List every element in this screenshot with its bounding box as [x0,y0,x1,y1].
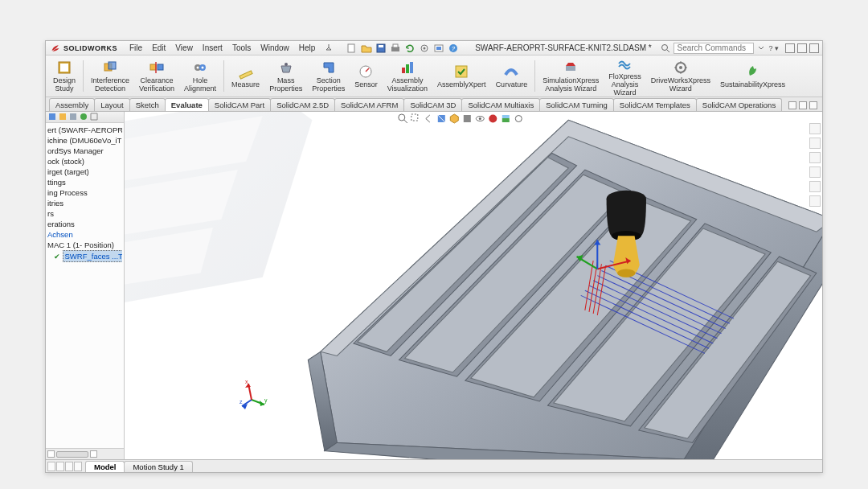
close-icon[interactable] [809,43,819,53]
tree-item[interactable]: ordSys Manager [47,146,122,156]
tree-item-achsen[interactable]: Achsen [47,229,122,240]
section-properties-button[interactable]: SectionProperties [308,57,349,95]
rebuild-icon[interactable] [404,43,416,54]
hole-alignment-button[interactable]: HoleAlignment [180,57,220,95]
taskpane-custom-properties-icon[interactable] [809,195,821,207]
orientation-triad[interactable]: x y z [237,377,269,409]
section-view-icon[interactable] [436,113,447,124]
fm-tab4-icon[interactable] [80,113,88,121]
sensor-button[interactable]: Sensor [350,57,382,95]
search-input[interactable] [674,43,754,54]
tab-sketch[interactable]: Sketch [129,98,166,111]
save-icon[interactable] [375,43,387,54]
menu-edit[interactable]: Edit [148,42,170,54]
assemblyxpert-button[interactable]: AssemblyXpert [433,57,490,95]
open-icon[interactable] [361,43,372,54]
tree-item[interactable]: erations [47,219,122,229]
scroll-thumb[interactable] [56,451,88,458]
menu-help[interactable]: Help [295,42,320,54]
menu-view[interactable]: View [171,42,197,54]
tree-item[interactable]: irget (target) [47,166,122,177]
tab-solidcam-afrm[interactable]: SolidCAM AFRM [334,98,404,111]
bottom-tab-motion-study[interactable]: Motion Study 1 [124,461,192,472]
options-icon[interactable] [419,43,430,54]
tree-item-selected[interactable]: SWRF_faces ...T1 [63,250,122,262]
taskpane-resources-icon[interactable] [809,123,821,134]
bt-next-icon[interactable] [65,462,73,471]
tree-item[interactable]: ert (SWARF-AEROPRT-SURFACE [47,125,122,135]
scroll-right-icon[interactable] [90,450,97,458]
tree-item-mac1[interactable]: MAC 1 (1- Position) [47,240,122,250]
view-orientation-icon[interactable] [449,113,460,124]
tab-assembly[interactable]: Assembly [49,98,95,111]
help-icon[interactable]: ? [448,43,459,54]
zoom-area-icon[interactable] [411,113,421,124]
fm-tab3-icon[interactable] [69,113,77,121]
tab-layout[interactable]: Layout [94,98,130,111]
bt-last-icon[interactable] [74,462,82,471]
tab-solidcam-25d[interactable]: SolidCAM 2.5D [270,98,335,111]
tree-item[interactable]: ichine (DMU60eVo_iTNC530_5X) [47,135,122,146]
menu-pin-icon[interactable] [321,42,337,54]
tree-item[interactable]: itries [47,198,122,208]
taskpane-view-palette-icon[interactable] [809,166,821,178]
bt-prev-icon[interactable] [56,462,64,471]
scroll-left-icon[interactable] [47,450,55,458]
doc-restore-icon[interactable] [799,101,807,109]
doc-minimize-icon[interactable] [788,101,796,109]
tab-solidcam-3d[interactable]: SolidCAM 3D [403,98,462,111]
zoom-fit-icon[interactable] [398,113,408,124]
hide-show-icon[interactable] [475,113,485,124]
fm-tab1-icon[interactable] [48,113,56,121]
menu-file[interactable]: File [125,42,146,54]
measure-button[interactable]: Measure [227,57,264,95]
new-icon[interactable] [346,43,358,54]
doc-close-icon[interactable] [809,101,817,109]
driveworksxpress-button[interactable]: DriveWorksXpressWizard [647,57,714,95]
tab-solidcam-part[interactable]: SolidCAM Part [208,98,271,111]
maximize-icon[interactable] [797,43,807,53]
tab-evaluate[interactable]: Evaluate [165,98,209,111]
tree-item[interactable]: ock (stock) [47,156,122,166]
tree-item[interactable]: ttings [47,177,122,187]
tab-solidcam-turning[interactable]: SolidCAM Turning [539,98,614,111]
minimize-icon[interactable] [785,43,795,53]
clearance-verification-button[interactable]: ClearanceVerification [135,57,178,95]
search-dropdown-icon[interactable] [757,44,765,52]
mass-properties-button[interactable]: MassProperties [265,57,306,95]
fm-tab2-icon[interactable] [59,113,67,121]
display-style-icon[interactable] [462,113,473,124]
svg-rect-31 [566,66,575,71]
previous-view-icon[interactable] [424,113,434,124]
menu-tools[interactable]: Tools [228,42,255,54]
tree-item[interactable]: ing Process [47,187,122,198]
menu-insert[interactable]: Insert [199,42,227,54]
assembly-visualization-button[interactable]: AssemblyVisualization [383,57,432,95]
curvature-button[interactable]: Curvature [492,57,532,95]
fm-tab5-icon[interactable] [90,113,98,121]
simulationxpress-button[interactable]: SimulationXpressAnalysis Wizard [538,57,603,95]
motion-study-tabs: Model Motion Study 1 [46,459,822,472]
design-study-button[interactable]: DesignStudy [49,57,80,95]
screen-capture-icon[interactable] [433,43,444,54]
graphics-viewport[interactable]: x y z [125,112,822,459]
apply-scene-icon[interactable] [501,113,511,124]
floxpress-button[interactable]: FloXpressAnalysisWizard [604,57,645,95]
sustainabilityxpress-button[interactable]: SustainabilityXpress [716,57,789,95]
print-icon[interactable] [390,43,401,54]
tab-solidcam-multiaxis[interactable]: SolidCAM Multiaxis [461,98,540,111]
edit-appearance-icon[interactable] [488,113,498,124]
tree-item[interactable]: rs [47,208,122,219]
tab-solidcam-operations[interactable]: SolidCAM Operations [696,98,782,111]
tab-solidcam-templates[interactable]: SolidCAM Templates [613,98,697,111]
menu-window[interactable]: Window [256,42,293,54]
bottom-tab-model[interactable]: Model [85,461,125,472]
taskpane-file-explorer-icon[interactable] [809,152,821,163]
help-dropdown-icon[interactable]: ? ▾ [768,44,779,52]
taskpane-design-library-icon[interactable] [809,138,821,149]
interference-detection-button[interactable]: InterferenceDetection [87,57,133,95]
feature-tree[interactable]: ert (SWARF-AEROPRT-SURFACE ichine (DMU60… [46,123,124,264]
bt-first-icon[interactable] [47,462,55,471]
view-settings-icon[interactable] [514,113,524,124]
taskpane-appearances-icon[interactable] [809,181,821,192]
